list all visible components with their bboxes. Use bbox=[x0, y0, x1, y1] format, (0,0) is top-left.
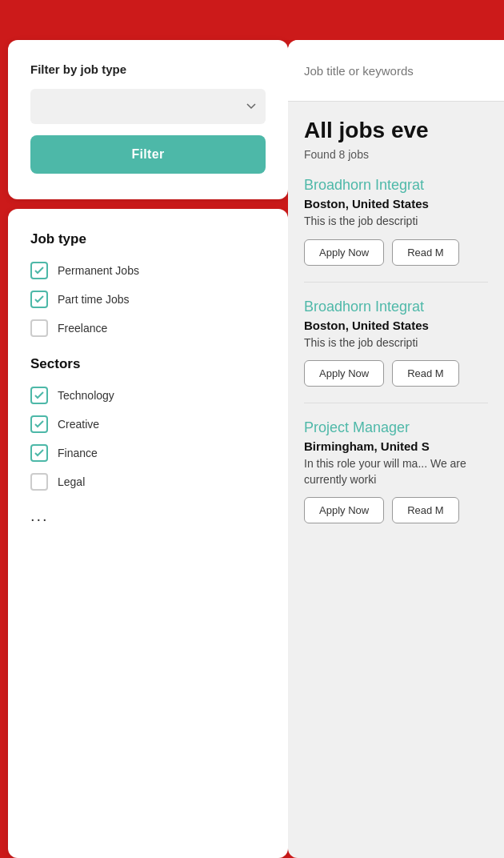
job-type-dropdown[interactable]: Permanent Jobs Part time Jobs Freelance bbox=[30, 89, 266, 124]
checkbox-icon-parttime bbox=[30, 291, 48, 308]
job-description-1: This is the job descripti bbox=[304, 214, 488, 230]
checkbox-permanent[interactable]: Permanent Jobs bbox=[30, 262, 266, 279]
checkbox-legal[interactable]: Legal bbox=[30, 473, 266, 491]
apply-button-3[interactable]: Apply Now bbox=[304, 497, 384, 523]
more-options[interactable]: ... bbox=[30, 507, 266, 525]
checkbox-label-finance: Finance bbox=[58, 447, 98, 459]
main-container: Filter by job type Permanent Jobs Part t… bbox=[0, 40, 504, 858]
jobs-content: All jobs eve Found 8 jobs Broadhorn Inte… bbox=[288, 102, 504, 571]
read-more-button-1[interactable]: Read M bbox=[392, 239, 459, 266]
job-item-1: Broadhorn Integrat Boston, United States… bbox=[304, 177, 488, 283]
read-more-button-3[interactable]: Read M bbox=[392, 497, 459, 523]
right-panel: All jobs eve Found 8 jobs Broadhorn Inte… bbox=[288, 40, 504, 858]
job-actions-2: Apply Now Read M bbox=[304, 360, 488, 387]
filter-button[interactable]: Filter bbox=[30, 135, 266, 174]
job-type-card: Job type Permanent Jobs Part time Jobs F… bbox=[8, 209, 288, 858]
checkbox-label-technology: Technology bbox=[58, 389, 114, 402]
checkbox-label-parttime: Part time Jobs bbox=[58, 293, 129, 306]
job-company-1: Broadhorn Integrat bbox=[304, 177, 488, 194]
checkbox-label-permanent: Permanent Jobs bbox=[58, 264, 139, 277]
sectors-section: Sectors Technology Creative bbox=[30, 356, 266, 491]
checkbox-label-creative: Creative bbox=[58, 418, 99, 431]
job-actions-3: Apply Now Read M bbox=[304, 497, 488, 523]
checkbox-icon-freelance bbox=[30, 319, 48, 337]
apply-button-2[interactable]: Apply Now bbox=[304, 360, 384, 387]
checkbox-label-freelance: Freelance bbox=[58, 322, 107, 335]
checkbox-creative[interactable]: Creative bbox=[30, 415, 266, 433]
checkbox-parttime[interactable]: Part time Jobs bbox=[30, 291, 266, 308]
checkbox-icon-technology bbox=[30, 387, 48, 404]
apply-button-1[interactable]: Apply Now bbox=[304, 239, 384, 266]
sectors-title: Sectors bbox=[30, 356, 266, 372]
left-panel: Filter by job type Permanent Jobs Part t… bbox=[0, 40, 288, 858]
checkbox-icon-finance bbox=[30, 444, 48, 462]
job-location-1: Boston, United States bbox=[304, 197, 488, 210]
job-type-title: Job type bbox=[30, 231, 266, 247]
job-description-3: In this role your will ma... We are curr… bbox=[304, 456, 488, 487]
search-bar bbox=[288, 40, 504, 102]
job-location-3: Birmingham, United S bbox=[304, 439, 488, 453]
checkbox-technology[interactable]: Technology bbox=[30, 387, 266, 404]
checkbox-finance[interactable]: Finance bbox=[30, 444, 266, 462]
checkbox-icon-legal bbox=[30, 473, 48, 491]
job-description-2: This is the job descripti bbox=[304, 335, 488, 351]
filter-card: Filter by job type Permanent Jobs Part t… bbox=[8, 40, 288, 199]
filter-card-title: Filter by job type bbox=[30, 62, 266, 76]
job-actions-1: Apply Now Read M bbox=[304, 239, 488, 266]
job-item-3: Project Manager Birmingham, United S In … bbox=[304, 419, 488, 539]
checkbox-icon-creative bbox=[30, 415, 48, 433]
search-input[interactable] bbox=[304, 54, 488, 86]
job-location-2: Boston, United States bbox=[304, 319, 488, 332]
read-more-button-2[interactable]: Read M bbox=[392, 360, 459, 387]
job-company-2: Broadhorn Integrat bbox=[304, 299, 488, 315]
page-title: All jobs eve bbox=[304, 118, 488, 143]
checkbox-label-legal: Legal bbox=[58, 475, 85, 488]
checkbox-freelance[interactable]: Freelance bbox=[30, 319, 266, 337]
jobs-found-count: Found 8 jobs bbox=[304, 148, 488, 161]
job-item-2: Broadhorn Integrat Boston, United States… bbox=[304, 299, 488, 404]
checkbox-icon-permanent bbox=[30, 262, 48, 279]
job-company-3: Project Manager bbox=[304, 419, 488, 436]
